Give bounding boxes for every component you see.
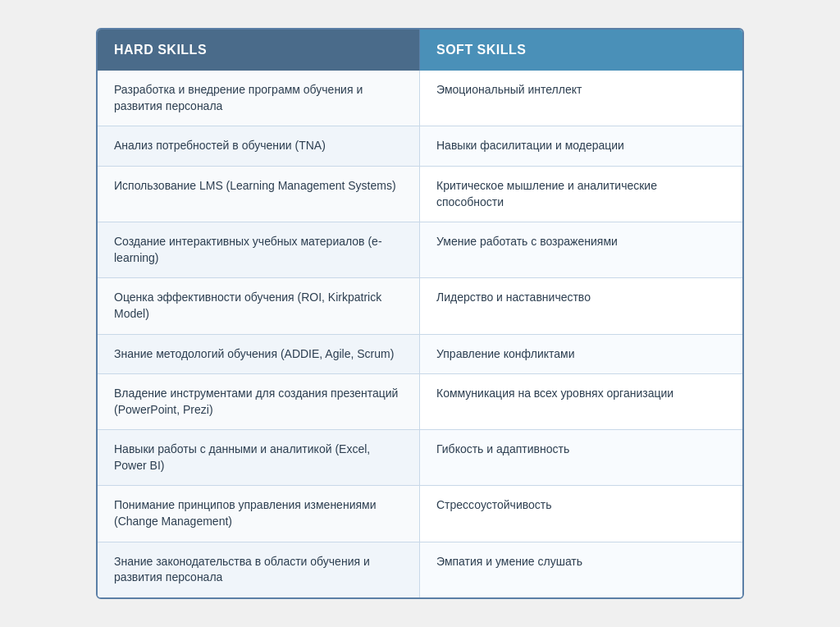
soft-skill-cell: Навыки фасилитации и модерации: [420, 126, 742, 166]
soft-skill-cell: Лидерство и наставничество: [420, 278, 742, 333]
hard-skill-cell: Владение инструментами для создания през…: [98, 374, 420, 429]
table-row: Знание методологий обучения (ADDIE, Agil…: [98, 334, 742, 374]
table-row: Оценка эффективности обучения (ROI, Kirk…: [98, 277, 742, 333]
table-row: Разработка и внедрение программ обучения…: [98, 71, 742, 126]
hard-skill-cell: Анализ потребностей в обучении (TNA): [98, 126, 420, 166]
hard-skill-cell: Использование LMS (Learning Management S…: [98, 167, 420, 222]
hard-skill-cell: Навыки работы с данными и аналитикой (Ex…: [98, 430, 420, 485]
soft-skill-cell: Эмоциональный интеллект: [420, 71, 742, 126]
table-row: Понимание принципов управления изменения…: [98, 485, 742, 541]
soft-skills-header: SOFT SKILLS: [420, 30, 742, 71]
hard-skill-cell: Создание интерактивных учебных материало…: [98, 222, 420, 277]
soft-skill-cell: Стрессоустойчивость: [420, 486, 742, 541]
table-row: Анализ потребностей в обучении (TNA)Навы…: [98, 126, 742, 166]
soft-skill-cell: Эмпатия и умение слушать: [420, 542, 742, 597]
table-row: Использование LMS (Learning Management S…: [98, 166, 742, 222]
soft-skills-label: SOFT SKILLS: [436, 43, 527, 57]
table-row: Создание интерактивных учебных материало…: [98, 222, 742, 277]
hard-skills-header: HARD SKILLS: [98, 30, 420, 71]
table-row: Знание законодательства в области обучен…: [98, 542, 742, 597]
skills-table: HARD SKILLS SOFT SKILLS Разработка и вне…: [96, 28, 744, 599]
soft-skill-cell: Умение работать с возражениями: [420, 222, 742, 277]
table-row: Навыки работы с данными и аналитикой (Ex…: [98, 429, 742, 485]
soft-skill-cell: Коммуникация на всех уровнях организации: [420, 374, 742, 429]
hard-skills-label: HARD SKILLS: [114, 43, 207, 57]
hard-skill-cell: Оценка эффективности обучения (ROI, Kirk…: [98, 278, 420, 333]
hard-skill-cell: Понимание принципов управления изменения…: [98, 486, 420, 541]
table-row: Владение инструментами для создания през…: [98, 373, 742, 429]
hard-skill-cell: Знание законодательства в области обучен…: [98, 542, 420, 597]
table-header: HARD SKILLS SOFT SKILLS: [98, 30, 742, 71]
soft-skill-cell: Гибкость и адаптивность: [420, 430, 742, 485]
table-body: Разработка и внедрение программ обучения…: [98, 71, 742, 597]
soft-skill-cell: Критическое мышление и аналитические спо…: [420, 167, 742, 222]
hard-skill-cell: Знание методологий обучения (ADDIE, Agil…: [98, 335, 420, 374]
soft-skill-cell: Управление конфликтами: [420, 335, 742, 374]
hard-skill-cell: Разработка и внедрение программ обучения…: [98, 71, 420, 126]
